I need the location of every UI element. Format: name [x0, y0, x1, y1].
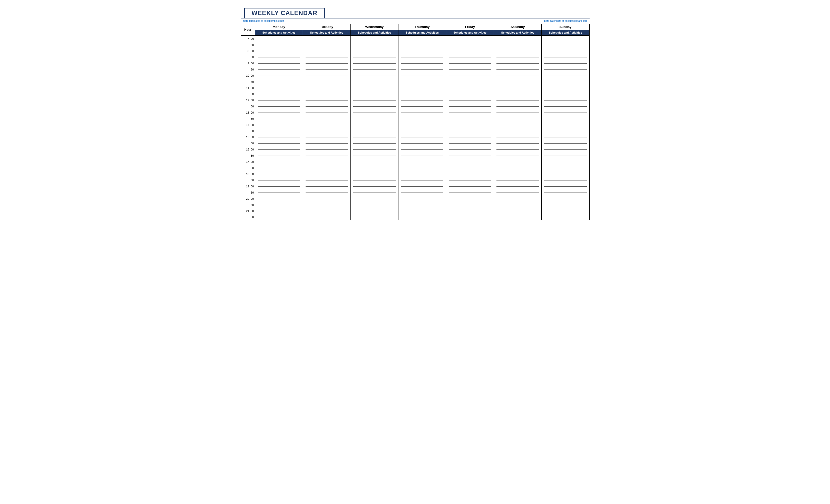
schedule-slot[interactable] — [255, 97, 303, 103]
schedule-slot[interactable] — [350, 202, 398, 208]
schedule-slot[interactable] — [303, 97, 350, 103]
schedule-slot[interactable] — [350, 159, 398, 165]
schedule-slot[interactable] — [303, 48, 350, 54]
schedule-slot[interactable] — [494, 97, 542, 103]
schedule-slot[interactable] — [542, 196, 589, 202]
schedule-slot[interactable] — [542, 97, 589, 103]
schedule-slot[interactable] — [398, 134, 446, 140]
schedule-slot[interactable] — [494, 109, 542, 115]
schedule-slot[interactable] — [398, 214, 446, 220]
schedule-slot[interactable] — [494, 128, 542, 134]
schedule-slot[interactable] — [350, 122, 398, 128]
schedule-slot[interactable] — [446, 208, 494, 214]
schedule-slot[interactable] — [542, 183, 589, 190]
schedule-slot[interactable] — [494, 54, 542, 60]
schedule-slot[interactable] — [446, 214, 494, 220]
schedule-slot[interactable] — [446, 196, 494, 202]
schedule-slot[interactable] — [303, 42, 350, 48]
schedule-slot[interactable] — [398, 140, 446, 146]
schedule-slot[interactable] — [255, 202, 303, 208]
schedule-slot[interactable] — [494, 208, 542, 214]
schedule-slot[interactable] — [542, 48, 589, 54]
schedule-slot[interactable] — [398, 171, 446, 177]
schedule-slot[interactable] — [542, 202, 589, 208]
schedule-slot[interactable] — [398, 177, 446, 183]
schedule-slot[interactable] — [542, 159, 589, 165]
schedule-slot[interactable] — [494, 214, 542, 220]
schedule-slot[interactable] — [446, 128, 494, 134]
schedule-slot[interactable] — [350, 109, 398, 115]
schedule-slot[interactable] — [398, 122, 446, 128]
schedule-slot[interactable] — [542, 190, 589, 196]
schedule-slot[interactable] — [494, 165, 542, 171]
schedule-slot[interactable] — [350, 214, 398, 220]
schedule-slot[interactable] — [350, 97, 398, 103]
schedule-slot[interactable] — [398, 202, 446, 208]
schedule-slot[interactable] — [446, 48, 494, 54]
schedule-slot[interactable] — [398, 128, 446, 134]
schedule-slot[interactable] — [542, 214, 589, 220]
schedule-slot[interactable] — [350, 42, 398, 48]
schedule-slot[interactable] — [350, 171, 398, 177]
schedule-slot[interactable] — [255, 190, 303, 196]
schedule-slot[interactable] — [303, 214, 350, 220]
schedule-slot[interactable] — [542, 109, 589, 115]
schedule-slot[interactable] — [446, 36, 494, 42]
schedule-slot[interactable] — [446, 60, 494, 66]
schedule-slot[interactable] — [398, 72, 446, 79]
schedule-slot[interactable] — [446, 140, 494, 146]
schedule-slot[interactable] — [494, 171, 542, 177]
schedule-slot[interactable] — [303, 202, 350, 208]
schedule-slot[interactable] — [350, 134, 398, 140]
schedule-slot[interactable] — [542, 146, 589, 153]
schedule-slot[interactable] — [398, 85, 446, 91]
schedule-slot[interactable] — [255, 122, 303, 128]
schedule-slot[interactable] — [398, 183, 446, 190]
schedule-slot[interactable] — [303, 72, 350, 79]
schedule-slot[interactable] — [494, 103, 542, 109]
schedule-slot[interactable] — [494, 91, 542, 97]
schedule-slot[interactable] — [542, 208, 589, 214]
schedule-slot[interactable] — [542, 42, 589, 48]
link-more-calendars[interactable]: more calendars at excelcalendars.com — [543, 20, 587, 22]
schedule-slot[interactable] — [398, 208, 446, 214]
schedule-slot[interactable] — [350, 196, 398, 202]
schedule-slot[interactable] — [446, 42, 494, 48]
schedule-slot[interactable] — [255, 134, 303, 140]
schedule-slot[interactable] — [494, 85, 542, 91]
schedule-slot[interactable] — [494, 177, 542, 183]
schedule-slot[interactable] — [303, 122, 350, 128]
schedule-slot[interactable] — [542, 134, 589, 140]
schedule-slot[interactable] — [255, 54, 303, 60]
schedule-slot[interactable] — [446, 97, 494, 103]
schedule-slot[interactable] — [542, 115, 589, 122]
schedule-slot[interactable] — [303, 85, 350, 91]
schedule-slot[interactable] — [542, 79, 589, 85]
schedule-slot[interactable] — [398, 66, 446, 72]
schedule-slot[interactable] — [494, 42, 542, 48]
schedule-slot[interactable] — [494, 196, 542, 202]
schedule-slot[interactable] — [542, 85, 589, 91]
schedule-slot[interactable] — [255, 128, 303, 134]
schedule-slot[interactable] — [303, 196, 350, 202]
schedule-slot[interactable] — [350, 146, 398, 153]
link-more-templates[interactable]: more templates at exceltemplate.net — [243, 20, 284, 22]
schedule-slot[interactable] — [494, 140, 542, 146]
schedule-slot[interactable] — [350, 48, 398, 54]
schedule-slot[interactable] — [446, 183, 494, 190]
schedule-slot[interactable] — [255, 140, 303, 146]
schedule-slot[interactable] — [494, 115, 542, 122]
schedule-slot[interactable] — [303, 140, 350, 146]
schedule-slot[interactable] — [303, 91, 350, 97]
schedule-slot[interactable] — [446, 115, 494, 122]
schedule-slot[interactable] — [350, 153, 398, 159]
schedule-slot[interactable] — [542, 122, 589, 128]
schedule-slot[interactable] — [542, 66, 589, 72]
schedule-slot[interactable] — [303, 146, 350, 153]
schedule-slot[interactable] — [494, 36, 542, 42]
schedule-slot[interactable] — [446, 85, 494, 91]
schedule-slot[interactable] — [255, 42, 303, 48]
schedule-slot[interactable] — [494, 183, 542, 190]
schedule-slot[interactable] — [255, 103, 303, 109]
schedule-slot[interactable] — [542, 36, 589, 42]
